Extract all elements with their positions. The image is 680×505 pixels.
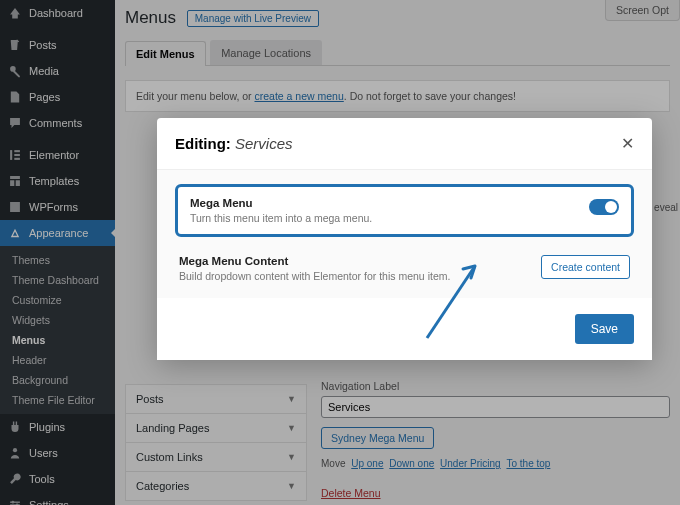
mega-menu-label: Mega Menu: [190, 197, 372, 209]
mega-menu-description: Turn this menu item into a mega menu.: [190, 212, 372, 224]
close-icon[interactable]: ✕: [621, 134, 634, 153]
save-button[interactable]: Save: [575, 314, 634, 344]
create-content-button[interactable]: Create content: [541, 255, 630, 279]
modal-title: Editing: Services: [175, 135, 293, 152]
mega-menu-toggle[interactable]: [589, 199, 619, 215]
mega-menu-toggle-box: Mega Menu Turn this menu item into a meg…: [175, 184, 634, 237]
mega-menu-modal: Editing: Services ✕ Mega Menu Turn this …: [157, 118, 652, 360]
mm-content-description: Build dropdown content with Elementor fo…: [179, 270, 450, 282]
mm-content-label: Mega Menu Content: [179, 255, 450, 267]
